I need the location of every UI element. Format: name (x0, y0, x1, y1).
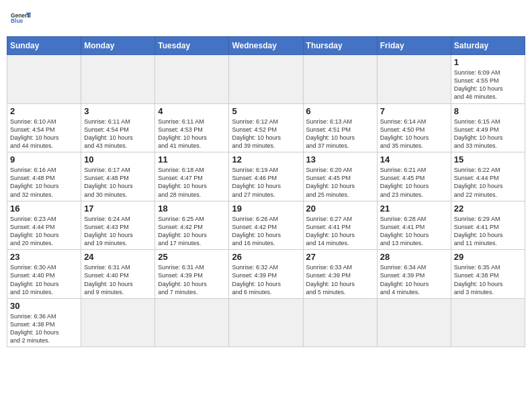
day-info-18: Sunrise: 6:25 AM Sunset: 4:42 PM Dayligh… (158, 215, 226, 248)
day-number-11: 11 (158, 154, 226, 165)
day-info-23: Sunrise: 6:30 AM Sunset: 4:40 PM Dayligh… (10, 263, 78, 296)
calendar-cell-4 (303, 55, 377, 104)
day-info-16: Sunrise: 6:23 AM Sunset: 4:44 PM Dayligh… (10, 215, 78, 248)
calendar-cell-19: 14Sunrise: 6:21 AM Sunset: 4:45 PM Dayli… (377, 152, 451, 201)
day-number-13: 13 (306, 154, 374, 165)
weekday-header-sunday: Sunday (7, 37, 81, 55)
calendar-cell-0 (7, 55, 81, 104)
calendar-cell-39 (303, 298, 377, 347)
day-info-14: Sunrise: 6:21 AM Sunset: 4:45 PM Dayligh… (380, 166, 448, 199)
day-number-5: 5 (232, 106, 300, 116)
day-number-22: 22 (454, 203, 522, 214)
day-info-1: Sunrise: 6:09 AM Sunset: 4:55 PM Dayligh… (454, 68, 522, 101)
day-info-2: Sunrise: 6:10 AM Sunset: 4:54 PM Dayligh… (10, 118, 78, 150)
calendar-row-4: 23Sunrise: 6:30 AM Sunset: 4:40 PM Dayli… (7, 250, 525, 299)
calendar-cell-30: 25Sunrise: 6:31 AM Sunset: 4:39 PM Dayli… (155, 250, 229, 299)
day-number-20: 20 (306, 203, 374, 214)
calendar-cell-31: 26Sunrise: 6:32 AM Sunset: 4:39 PM Dayli… (229, 250, 303, 299)
calendar-cell-16: 11Sunrise: 6:18 AM Sunset: 4:47 PM Dayli… (155, 152, 229, 201)
calendar-table: SundayMondayTuesdayWednesdayThursdayFrid… (7, 36, 525, 347)
day-info-12: Sunrise: 6:19 AM Sunset: 4:46 PM Dayligh… (232, 166, 300, 199)
calendar-cell-41 (451, 298, 525, 347)
calendar-cell-13: 8Sunrise: 6:15 AM Sunset: 4:49 PM Daylig… (451, 103, 525, 152)
day-info-8: Sunrise: 6:15 AM Sunset: 4:49 PM Dayligh… (454, 118, 522, 150)
header: General Blue (7, 7, 525, 32)
calendar-cell-23: 18Sunrise: 6:25 AM Sunset: 4:42 PM Dayli… (155, 201, 229, 250)
day-number-19: 19 (232, 203, 300, 214)
day-info-21: Sunrise: 6:28 AM Sunset: 4:41 PM Dayligh… (380, 215, 448, 248)
weekday-header-saturday: Saturday (451, 37, 525, 55)
calendar-cell-38 (229, 298, 303, 347)
day-number-6: 6 (306, 106, 374, 116)
day-info-19: Sunrise: 6:26 AM Sunset: 4:42 PM Dayligh… (232, 215, 300, 248)
calendar-row-0: 1Sunrise: 6:09 AM Sunset: 4:55 PM Daylig… (7, 55, 525, 104)
day-number-3: 3 (84, 106, 152, 116)
day-info-9: Sunrise: 6:16 AM Sunset: 4:48 PM Dayligh… (10, 166, 78, 199)
calendar-cell-27: 22Sunrise: 6:29 AM Sunset: 4:41 PM Dayli… (451, 201, 525, 250)
calendar-cell-33: 28Sunrise: 6:34 AM Sunset: 4:39 PM Dayli… (377, 250, 451, 299)
day-info-5: Sunrise: 6:12 AM Sunset: 4:52 PM Dayligh… (232, 118, 300, 150)
day-number-12: 12 (232, 154, 300, 165)
day-info-25: Sunrise: 6:31 AM Sunset: 4:39 PM Dayligh… (158, 263, 226, 296)
calendar-cell-34: 29Sunrise: 6:35 AM Sunset: 4:38 PM Dayli… (451, 250, 525, 299)
calendar-cell-7: 2Sunrise: 6:10 AM Sunset: 4:54 PM Daylig… (7, 103, 81, 152)
calendar-cell-6: 1Sunrise: 6:09 AM Sunset: 4:55 PM Daylig… (451, 55, 525, 104)
calendar-row-2: 9Sunrise: 6:16 AM Sunset: 4:48 PM Daylig… (7, 152, 525, 201)
day-info-27: Sunrise: 6:33 AM Sunset: 4:39 PM Dayligh… (306, 263, 374, 296)
calendar-cell-17: 12Sunrise: 6:19 AM Sunset: 4:46 PM Dayli… (229, 152, 303, 201)
calendar-cell-24: 19Sunrise: 6:26 AM Sunset: 4:42 PM Dayli… (229, 201, 303, 250)
calendar-cell-28: 23Sunrise: 6:30 AM Sunset: 4:40 PM Dayli… (7, 250, 81, 299)
day-info-29: Sunrise: 6:35 AM Sunset: 4:38 PM Dayligh… (454, 263, 522, 296)
calendar-row-3: 16Sunrise: 6:23 AM Sunset: 4:44 PM Dayli… (7, 201, 525, 250)
day-info-13: Sunrise: 6:20 AM Sunset: 4:45 PM Dayligh… (306, 166, 374, 199)
day-number-15: 15 (454, 154, 522, 165)
calendar-cell-18: 13Sunrise: 6:20 AM Sunset: 4:45 PM Dayli… (303, 152, 377, 201)
day-info-17: Sunrise: 6:24 AM Sunset: 4:43 PM Dayligh… (84, 215, 152, 248)
day-number-28: 28 (380, 252, 448, 262)
day-info-22: Sunrise: 6:29 AM Sunset: 4:41 PM Dayligh… (454, 215, 522, 248)
calendar-cell-3 (229, 55, 303, 104)
day-number-2: 2 (10, 106, 78, 116)
day-number-9: 9 (10, 154, 78, 165)
weekday-header-wednesday: Wednesday (229, 37, 303, 55)
day-info-6: Sunrise: 6:13 AM Sunset: 4:51 PM Dayligh… (306, 118, 374, 150)
day-number-29: 29 (454, 252, 522, 262)
weekday-header-monday: Monday (81, 37, 155, 55)
day-info-26: Sunrise: 6:32 AM Sunset: 4:39 PM Dayligh… (232, 263, 300, 296)
calendar-cell-10: 5Sunrise: 6:12 AM Sunset: 4:52 PM Daylig… (229, 103, 303, 152)
day-number-17: 17 (84, 203, 152, 214)
day-number-10: 10 (84, 154, 152, 165)
day-number-21: 21 (380, 203, 448, 214)
calendar-cell-25: 20Sunrise: 6:27 AM Sunset: 4:41 PM Dayli… (303, 201, 377, 250)
calendar-cell-8: 3Sunrise: 6:11 AM Sunset: 4:54 PM Daylig… (81, 103, 155, 152)
day-info-3: Sunrise: 6:11 AM Sunset: 4:54 PM Dayligh… (84, 118, 152, 150)
calendar-cell-21: 16Sunrise: 6:23 AM Sunset: 4:44 PM Dayli… (7, 201, 81, 250)
calendar-cell-20: 15Sunrise: 6:22 AM Sunset: 4:44 PM Dayli… (451, 152, 525, 201)
calendar-cell-37 (155, 298, 229, 347)
weekday-header-friday: Friday (377, 37, 451, 55)
day-number-4: 4 (158, 106, 226, 116)
day-number-30: 30 (10, 301, 78, 311)
calendar-cell-15: 10Sunrise: 6:17 AM Sunset: 4:48 PM Dayli… (81, 152, 155, 201)
day-number-23: 23 (10, 252, 78, 262)
day-info-24: Sunrise: 6:31 AM Sunset: 4:40 PM Dayligh… (84, 263, 152, 296)
calendar-cell-26: 21Sunrise: 6:28 AM Sunset: 4:41 PM Dayli… (377, 201, 451, 250)
generalblue-logo-icon: General Blue (11, 9, 31, 30)
day-number-8: 8 (454, 106, 522, 116)
day-number-25: 25 (158, 252, 226, 262)
weekday-header-tuesday: Tuesday (155, 37, 229, 55)
calendar-cell-29: 24Sunrise: 6:31 AM Sunset: 4:40 PM Dayli… (81, 250, 155, 299)
day-info-15: Sunrise: 6:22 AM Sunset: 4:44 PM Dayligh… (454, 166, 522, 199)
day-number-16: 16 (10, 203, 78, 214)
day-number-7: 7 (380, 106, 448, 116)
weekday-header-thursday: Thursday (303, 37, 377, 55)
calendar-cell-36 (81, 298, 155, 347)
day-info-28: Sunrise: 6:34 AM Sunset: 4:39 PM Dayligh… (380, 263, 448, 296)
svg-text:Blue: Blue (11, 17, 24, 24)
calendar-cell-22: 17Sunrise: 6:24 AM Sunset: 4:43 PM Dayli… (81, 201, 155, 250)
calendar-cell-2 (155, 55, 229, 104)
day-number-14: 14 (380, 154, 448, 165)
calendar-cell-12: 7Sunrise: 6:14 AM Sunset: 4:50 PM Daylig… (377, 103, 451, 152)
calendar-row-5: 30Sunrise: 6:36 AM Sunset: 4:38 PM Dayli… (7, 298, 525, 347)
calendar-cell-40 (377, 298, 451, 347)
